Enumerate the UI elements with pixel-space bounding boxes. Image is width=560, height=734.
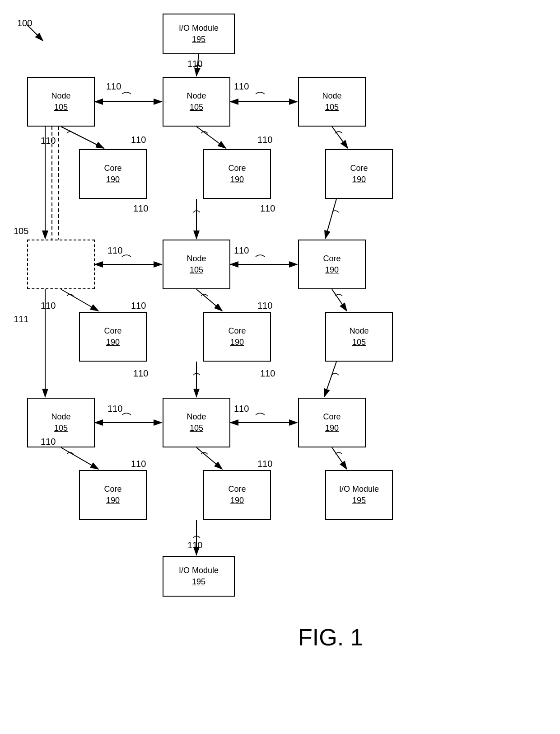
node-r3c1-label: Node [51,411,70,423]
node-r3c2-ref: 105 [190,423,203,434]
ref-110-10: 110 [234,245,249,256]
node-r2c3-ref: 190 [325,264,339,276]
core-r3c1-ref: 190 [106,495,120,506]
ref-110-7: 110 [133,203,148,214]
node-r3c3: Core 190 [298,398,366,447]
ref-100-arrow [25,23,47,45]
core-r2c1: Core 190 [79,312,147,362]
core-r3c3-ref: 195 [352,495,366,506]
io-module-bottom-ref: 195 [192,576,205,588]
core-r3c3: I/O Module 195 [325,470,393,520]
io-module-bottom: I/O Module 195 [163,556,235,597]
svg-line-27 [332,447,347,469]
node-r1c3-label: Node [322,90,341,102]
svg-line-18 [196,289,222,311]
ref-110-16: 110 [107,404,122,414]
core-r2c3-ref: 105 [352,337,366,348]
svg-line-19 [332,289,347,311]
node-r1c1-ref: 105 [54,102,68,113]
node-r3c1-ref: 105 [54,423,68,434]
ref-110-11: 110 [41,301,56,311]
core-r2c1-ref: 190 [106,337,120,348]
svg-line-29 [27,25,43,41]
node-r3c2: Node 105 [163,398,230,447]
svg-line-9 [332,127,348,148]
core-r1c1-ref: 190 [106,174,120,185]
io-module-bottom-label: I/O Module [179,565,219,576]
core-r2c2: Core 190 [203,312,271,362]
core-r1c1-label: Core [104,163,121,174]
ref-110-13: 110 [257,301,272,311]
ref-110-1: 110 [187,59,202,69]
ref-110-12: 110 [131,301,146,311]
node-r3c2-label: Node [187,411,206,423]
ref-110-5: 110 [131,135,146,145]
node-r1c1-label: Node [51,90,70,102]
node-r1c2-ref: 105 [190,102,203,113]
node-r2c2-ref: 105 [190,264,203,276]
svg-line-25 [61,447,98,469]
core-r1c2-ref: 190 [230,174,244,185]
core-r3c2: Core 190 [203,470,271,520]
ref-110-17: 110 [234,404,249,414]
core-r3c3-label: I/O Module [339,484,379,495]
ref-110-2: 110 [106,81,121,92]
core-r1c3-label: Core [350,163,368,174]
node-r1c3-ref: 105 [325,102,339,113]
io-module-top: I/O Module 195 [163,14,235,54]
node-r3c1: Node 105 [27,398,95,447]
node-r2c3-label: Core [323,253,341,264]
svg-line-14 [325,199,336,239]
core-r1c3-ref: 190 [352,174,366,185]
ref-110-15: 110 [260,368,275,379]
ref-110-18: 110 [41,437,56,447]
svg-line-8 [196,127,226,148]
svg-line-26 [196,447,222,469]
ref-111: 111 [14,314,28,325]
core-r3c1-label: Core [104,484,121,495]
node-r2c2: Node 105 [163,240,230,289]
core-r1c2: Core 190 [203,149,271,199]
core-r2c1-label: Core [104,325,121,337]
ref-105-dashed: 105 [14,226,28,236]
node-r1c2: Node 105 [163,77,230,127]
ref-110-9: 110 [107,245,122,256]
core-r1c3: Core 190 [325,149,393,199]
core-r2c2-label: Core [228,325,246,337]
io-module-top-label: I/O Module [179,23,219,34]
node-r1c3: Node 105 [298,77,366,127]
io-module-top-ref: 195 [192,34,205,45]
node-r1c1: Node 105 [27,77,95,127]
core-r1c2-label: Core [228,163,246,174]
ref-110-20: 110 [257,459,272,469]
ref-110-21: 110 [187,540,202,550]
ref-110-3: 110 [234,81,249,92]
node-r2c3: Core 190 [298,240,366,289]
fig-label: FIG. 1 [298,624,363,651]
node-r1c2-label: Node [187,90,206,102]
node-r2c2-label: Node [187,253,206,264]
core-r3c2-label: Core [228,484,246,495]
ref-110-19: 110 [131,459,146,469]
svg-line-21 [324,362,336,397]
core-r3c2-ref: 190 [230,495,244,506]
node-r3c3-label: Core [323,411,341,423]
ref-110-4: 110 [41,136,56,146]
svg-line-17 [61,289,98,311]
node-r3c3-ref: 190 [325,423,339,434]
ref-110-14: 110 [133,368,148,379]
core-r3c1: Core 190 [79,470,147,520]
ref-110-8: 110 [260,203,275,214]
core-r2c3-label: Node [349,325,369,337]
node-r2c1 [27,240,95,289]
svg-line-7 [61,127,104,148]
ref-110-6: 110 [257,135,272,145]
core-r2c3: Node 105 [325,312,393,362]
core-r1c1: Core 190 [79,149,147,199]
core-r2c2-ref: 190 [230,337,244,348]
diagram: I/O Module 195 Node 105 Node 105 Node 10… [0,0,560,734]
